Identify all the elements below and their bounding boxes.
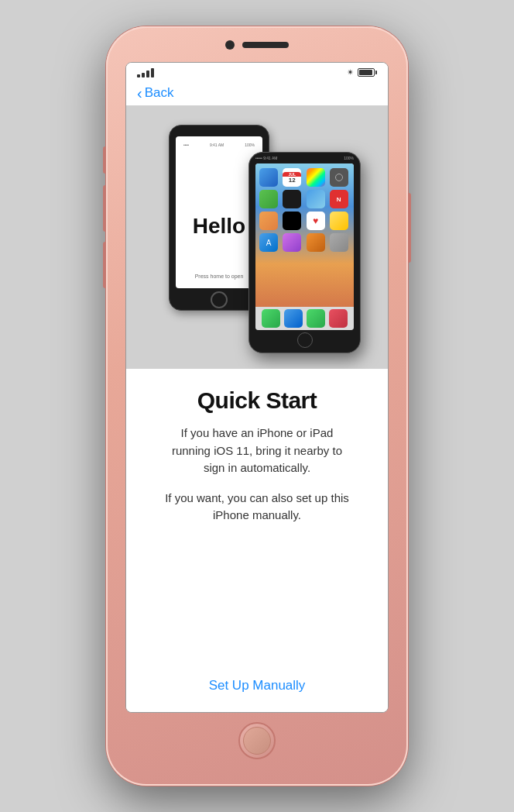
app-mail [259,168,278,187]
calendar-day: 12 [289,177,296,184]
hello-phone-home-btn [211,291,228,308]
quick-start-title: Quick Start [197,387,317,414]
app-news: N [330,190,348,208]
camera-area [225,40,289,50]
app-stocks [283,212,301,230]
dock-phone [262,309,280,328]
home-screen: JUL 12 N [255,163,354,330]
signal-bar-1 [137,74,140,77]
wallpaper: JUL 12 N [255,163,354,307]
iphone-shell: ✴ ‹ Back [106,26,408,786]
signal-bars [137,68,154,77]
app-notes [330,212,348,230]
front-camera [225,40,235,50]
volume-up-button[interactable] [103,185,106,232]
app-home [259,212,278,230]
app-purple [283,233,301,252]
front-status-left: ••••• 9:41 AM [255,156,278,160]
signal-bar-4 [151,68,154,77]
app-appstore: A [259,233,278,252]
back-label: Back [145,85,174,101]
dock-safari [284,309,303,328]
content-area: Quick Start If you have an iPhone or iPa… [126,369,388,712]
home-screen-phone: ••••• 9:41 AM 100% JUL 12 [248,152,361,353]
home-button[interactable] [238,722,276,759]
quick-start-desc2: If you want, you can also set up this iP… [164,490,350,525]
signal-bar-2 [142,73,145,77]
app-settings [330,233,348,252]
app-calendar: JUL 12 [283,168,301,187]
status-bar: ✴ [126,63,388,82]
app-photos [307,168,325,187]
back-button[interactable]: ‹ Back [137,85,377,101]
hello-text: Hello [193,214,245,239]
dock-music [329,309,348,328]
set-up-manually-button[interactable]: Set Up Manually [209,678,306,697]
back-chevron-icon: ‹ [137,85,142,101]
mute-button[interactable] [103,146,106,174]
signal-bar-3 [146,71,149,77]
app-health: ♥ [307,212,325,230]
quick-start-desc1: If you have an iPhone or iPad running iO… [164,425,350,477]
bluetooth-icon: ✴ [347,67,354,77]
volume-down-button[interactable] [103,242,106,288]
app-camera [330,168,348,187]
dock [255,307,354,330]
dock-messages [307,309,325,328]
power-button[interactable] [408,193,411,263]
battery-icon [358,68,377,77]
app-weather [307,190,325,208]
app-books [307,233,325,252]
home-button-inner [243,727,271,755]
app-clock [283,190,301,208]
iphone-top: ✴ ‹ Back [106,26,408,713]
front-status-bar: ••••• 9:41 AM 100% [249,153,360,163]
speaker-grille [242,42,289,48]
iphone-screen: ✴ ‹ Back [125,62,389,713]
app-grid: JUL 12 N [255,163,354,256]
status-right: ✴ [347,67,377,77]
quick-start-image: •••• 9:41 AM 100% Hello Press home to op… [126,105,388,369]
front-phone-home-btn [297,332,313,348]
front-status-right: 100% [344,156,354,160]
press-home-text: Press home to open [195,274,244,279]
nav-bar: ‹ Back [126,82,388,105]
app-maps [259,190,278,208]
